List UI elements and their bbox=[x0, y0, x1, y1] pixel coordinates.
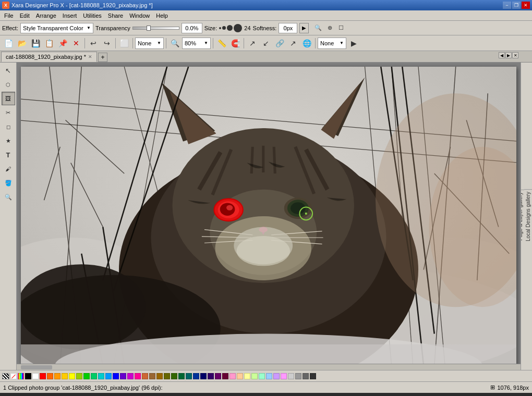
color-swatch[interactable] bbox=[215, 373, 221, 379]
scroll-thumb-h[interactable] bbox=[21, 365, 52, 369]
tab-close-icon[interactable]: ✕ bbox=[88, 54, 92, 59]
color-swatch[interactable] bbox=[273, 373, 280, 379]
color-swatch[interactable] bbox=[91, 373, 97, 379]
slider-thumb[interactable] bbox=[147, 26, 151, 31]
softness-input[interactable] bbox=[279, 23, 297, 33]
minimize-button[interactable]: − bbox=[503, 2, 511, 9]
blend2-dropdown[interactable]: None ▼ bbox=[318, 38, 346, 49]
active-tab[interactable]: cat-188088_1920_pixabay.jpg * ✕ bbox=[1, 52, 97, 62]
crop-tool[interactable]: ✂ bbox=[2, 106, 15, 119]
local-designs-tab[interactable]: Local Designs gallery bbox=[524, 189, 532, 243]
add-tab-button[interactable]: + bbox=[98, 53, 107, 62]
color-swatch[interactable] bbox=[120, 373, 126, 379]
color-swatch[interactable] bbox=[76, 373, 82, 379]
color-swatch[interactable] bbox=[156, 373, 163, 379]
new-button[interactable]: 📄 bbox=[2, 37, 15, 49]
color-swatch[interactable] bbox=[186, 373, 192, 379]
delete-button[interactable]: ✕ bbox=[70, 37, 82, 49]
color-swatch[interactable] bbox=[295, 373, 301, 379]
softness-up-btn[interactable]: ▶ bbox=[299, 23, 309, 33]
close-button[interactable]: ✕ bbox=[522, 2, 530, 9]
pattern-swatch-1[interactable] bbox=[2, 373, 9, 379]
menu-share[interactable]: Share bbox=[105, 12, 126, 19]
color-swatch[interactable] bbox=[281, 373, 287, 379]
snap-button[interactable]: 🧲 bbox=[229, 37, 241, 49]
menu-arrange[interactable]: Arrange bbox=[33, 12, 59, 19]
color-pattern[interactable] bbox=[18, 373, 24, 379]
share-button[interactable]: ↗ bbox=[287, 37, 299, 49]
tab-prev[interactable]: ◀ bbox=[499, 52, 505, 58]
color-swatch[interactable] bbox=[142, 373, 148, 379]
color-swatch[interactable] bbox=[244, 373, 250, 379]
color-swatch[interactable] bbox=[200, 373, 207, 379]
color-swatch[interactable] bbox=[62, 373, 68, 379]
color-swatch[interactable] bbox=[171, 373, 177, 379]
color-swatch[interactable] bbox=[47, 373, 53, 379]
fill-tool[interactable]: 🪣 bbox=[2, 176, 15, 190]
color-swatch[interactable] bbox=[178, 373, 185, 379]
menu-edit[interactable]: Edit bbox=[17, 12, 33, 19]
transparency-slider[interactable] bbox=[132, 27, 179, 30]
effect-dropdown[interactable]: Style Transparent Color ▼ bbox=[20, 23, 93, 33]
color-swatch[interactable] bbox=[98, 373, 104, 379]
color-swatch[interactable] bbox=[303, 373, 309, 379]
page-layer-tab[interactable]: Page & Layer gallery bbox=[521, 190, 524, 243]
color-swatch[interactable] bbox=[69, 373, 75, 379]
color-swatch[interactable] bbox=[32, 373, 39, 379]
blend-dropdown[interactable]: None ▼ bbox=[135, 38, 164, 49]
link-button[interactable]: 🔗 bbox=[273, 37, 286, 49]
restore-button[interactable]: ❐ bbox=[512, 2, 521, 9]
horizontal-scrollbar[interactable] bbox=[17, 364, 521, 370]
canvas-area[interactable] bbox=[17, 63, 521, 370]
color-none[interactable] bbox=[10, 373, 17, 379]
color-swatch[interactable] bbox=[54, 373, 61, 379]
redo-button[interactable]: ↪ bbox=[101, 37, 113, 49]
copy-button[interactable]: 📋 bbox=[43, 37, 55, 49]
tab-next[interactable]: ▶ bbox=[505, 52, 512, 58]
color-swatch[interactable] bbox=[149, 373, 155, 379]
star-tool[interactable]: ★ bbox=[2, 134, 15, 147]
color-swatch[interactable] bbox=[229, 373, 236, 379]
color-swatch[interactable] bbox=[164, 373, 170, 379]
tab-close-all[interactable]: ✕ bbox=[512, 52, 518, 58]
color-swatch[interactable] bbox=[310, 373, 316, 379]
node-tool[interactable]: ⬡ bbox=[2, 78, 15, 91]
shape-tool[interactable]: ◻ bbox=[2, 120, 15, 133]
zoom-dropdown[interactable]: 80% ▼ bbox=[182, 38, 211, 49]
color-swatch[interactable] bbox=[251, 373, 258, 379]
menu-window[interactable]: Window bbox=[126, 12, 153, 19]
text-tool[interactable]: T bbox=[2, 148, 15, 162]
color-swatch[interactable] bbox=[113, 373, 119, 379]
tool-btn-3[interactable]: ☐ bbox=[336, 23, 346, 33]
photo-tool[interactable]: 🖼 bbox=[2, 92, 15, 105]
zoom-out-button[interactable]: 🔍 bbox=[168, 37, 181, 49]
tool-btn-1[interactable]: 🔍 bbox=[313, 23, 323, 33]
web-button[interactable]: 🌐 bbox=[300, 37, 313, 49]
color-swatch[interactable] bbox=[266, 373, 272, 379]
tool-btn-2[interactable]: ⊕ bbox=[324, 23, 335, 33]
menu-insert[interactable]: Insert bbox=[59, 12, 80, 19]
menu-file[interactable]: File bbox=[1, 12, 17, 19]
color-swatch[interactable] bbox=[40, 373, 46, 379]
play-button[interactable]: ▶ bbox=[347, 37, 360, 49]
zoom-tool[interactable]: 🔍 bbox=[2, 190, 15, 204]
color-swatch[interactable] bbox=[208, 373, 214, 379]
ruler-button[interactable]: 📏 bbox=[215, 37, 228, 49]
color-swatch[interactable] bbox=[193, 373, 199, 379]
export-button[interactable]: ↗ bbox=[246, 37, 259, 49]
color-swatch[interactable] bbox=[127, 373, 134, 379]
paste-button[interactable]: 📌 bbox=[56, 37, 69, 49]
transform-button[interactable]: ⬜ bbox=[118, 37, 130, 49]
color-swatch[interactable] bbox=[25, 373, 31, 379]
color-swatch[interactable] bbox=[83, 373, 90, 379]
transparency-input[interactable] bbox=[182, 23, 202, 33]
paint-tool[interactable]: 🖌 bbox=[2, 162, 15, 176]
menu-help[interactable]: Help bbox=[153, 12, 171, 19]
color-swatch[interactable] bbox=[288, 373, 294, 379]
color-swatch[interactable] bbox=[222, 373, 228, 379]
color-swatch[interactable] bbox=[105, 373, 112, 379]
save-button[interactable]: 💾 bbox=[29, 37, 42, 49]
color-swatch[interactable] bbox=[259, 373, 265, 379]
color-swatch[interactable] bbox=[135, 373, 141, 379]
menu-utilities[interactable]: Utilities bbox=[80, 12, 104, 19]
